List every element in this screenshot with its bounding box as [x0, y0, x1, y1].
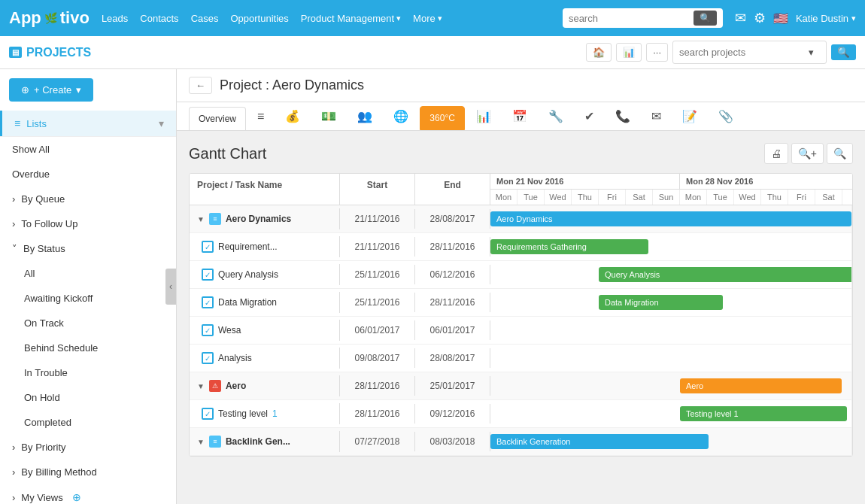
nav-links: Leads Contacts Cases Opportunities Produ… [102, 13, 442, 24]
data-migration-label: Data Migration [218, 297, 277, 308]
gantt-day-wed2: Wed [734, 190, 761, 205]
gantt-zoom-out-button[interactable]: 🔍 [827, 143, 853, 164]
sidebar-item-to-follow-up[interactable]: To Follow Up [0, 211, 176, 236]
by-priority-arrow [12, 442, 15, 453]
global-search-button[interactable]: 🔍 [694, 11, 717, 26]
gantt-end-wesa: 06/01/2017 [415, 320, 490, 340]
data-migration-checkbox[interactable]: ✓ [202, 296, 214, 308]
tab-calls[interactable]: 📞 [606, 102, 640, 130]
gantt-print-button[interactable]: 🖨 [764, 143, 788, 164]
project-search-button[interactable]: 🔍 [831, 44, 856, 60]
logo: App🌿tivo [9, 8, 90, 28]
inbox-icon[interactable]: ✉ [735, 10, 746, 26]
gantt-day-mon1: Mon [490, 190, 517, 205]
sidebar-item-by-queue[interactable]: By Queue [0, 187, 176, 211]
wesa-checkbox[interactable]: ✓ [202, 324, 214, 336]
bar-testing-level1: Testing level 1 [680, 406, 847, 421]
global-search-input[interactable] [569, 13, 689, 24]
gantt-start-testing-level1: 28/11/2016 [340, 404, 415, 424]
tab-overview[interactable]: Overview [189, 107, 246, 131]
by-queue-arrow [12, 193, 15, 205]
chart-button[interactable]: 📊 [616, 43, 642, 62]
tab-globe[interactable]: 🌐 [384, 102, 418, 130]
tab-360[interactable]: 360°C [420, 106, 465, 130]
top-nav: App🌿tivo Leads Contacts Cases Opportunit… [0, 0, 865, 36]
analysis-checkbox[interactable]: ✓ [202, 352, 214, 364]
sidebar-item-completed[interactable]: Completed [0, 410, 176, 435]
sidebar-collapse-handle[interactable]: ‹ [165, 269, 176, 305]
project-header: ← Project : Aero Dynamics [177, 69, 865, 102]
gantt-wrapper: Project / Task Name Start End Mon 21 Nov… [189, 173, 853, 457]
project-search-input[interactable] [679, 47, 800, 58]
tab-tools[interactable]: 🔧 [539, 102, 573, 130]
gantt-bar-backlink-gen: Backlink Generation [490, 428, 852, 455]
sidebar-item-in-trouble[interactable]: In Trouble [0, 360, 176, 385]
sidebar-lists-section: ≡ Lists ▾ [0, 111, 176, 137]
sidebar-item-behind-schedule[interactable]: Behind Schedule [0, 335, 176, 360]
sidebar-item-all[interactable]: All [0, 261, 176, 286]
sidebar-item-on-track[interactable]: On Track [0, 311, 176, 335]
testing-level1-checkbox[interactable]: ✓ [202, 408, 214, 420]
tab-money[interactable]: 💵 [311, 102, 346, 130]
gantt-days-row: Mon Tue Wed Thu Fri Sat Sun Mon Tue Wed … [490, 190, 852, 205]
testing-level1-link[interactable]: 1 [272, 408, 278, 419]
gantt-task-requirement: ✓ Requirement... [190, 236, 340, 257]
tab-reports[interactable]: 📊 [466, 102, 501, 130]
gantt-day-sat1: Sat [626, 190, 653, 205]
gantt-task-query-analysis: ✓ Query Analysis [190, 264, 340, 285]
gantt-row-analysis: ✓ Analysis 09/08/2017 28/08/2017 [190, 345, 852, 372]
gantt-start-requirement: 21/11/2016 [340, 237, 415, 257]
sidebar-item-on-hold[interactable]: On Hold [0, 385, 176, 410]
tab-team[interactable]: 👥 [348, 102, 382, 130]
tab-billing[interactable]: 💰 [275, 102, 310, 130]
nav-opportunities[interactable]: Opportunities [230, 13, 288, 24]
gantt-end-requirement: 28/11/2016 [415, 237, 490, 257]
project-bar: ▤ PROJECTS 🏠 📊 ··· ▾ 🔍 [0, 36, 865, 69]
gantt-bar-aero-dynamics: Aero Dynamics [490, 205, 852, 232]
gantt-container: Gantt Chart 🖨 🔍+ 🔍 Project / Task Name S… [177, 131, 865, 504]
nav-leads[interactable]: Leads [102, 13, 128, 24]
sidebar-item-by-priority[interactable]: By Priority [0, 435, 176, 460]
query-analysis-checkbox[interactable]: ✓ [202, 269, 214, 281]
back-button[interactable]: ← [189, 77, 212, 94]
requirement-checkbox[interactable]: ✓ [202, 241, 214, 253]
tab-attachments[interactable]: 📎 [709, 102, 743, 130]
connections-icon[interactable]: ⚙ [754, 10, 766, 26]
expand-aero-dynamics[interactable]: ▼ [197, 215, 205, 223]
tab-calendar[interactable]: 📅 [502, 102, 537, 130]
gantt-bar-analysis [490, 345, 852, 372]
analysis-label: Analysis [218, 353, 252, 363]
gantt-bar-query-analysis: Query Analysis [490, 261, 852, 288]
wesa-label: Wesa [218, 325, 241, 335]
gantt-day-mon2: Mon [680, 190, 707, 205]
gantt-bar-data-migration: Data Migration [490, 289, 852, 316]
dots-button[interactable]: ··· [646, 43, 668, 62]
nav-more[interactable]: More ▾ [413, 13, 442, 24]
expand-backlink-gen[interactable]: ▼ [197, 438, 205, 446]
nav-contacts[interactable]: Contacts [140, 13, 178, 24]
sidebar-item-overdue[interactable]: Overdue [0, 162, 176, 187]
tab-notes[interactable]: 📝 [672, 102, 707, 130]
sidebar-item-show-all[interactable]: Show All [0, 137, 176, 162]
tab-email[interactable]: ✉ [642, 102, 671, 130]
home-button[interactable]: 🏠 [586, 43, 612, 62]
project-search-dropdown[interactable]: ▾ [803, 44, 820, 61]
testing-level1-label: Testing level [218, 408, 268, 419]
aero-dynamics-label: Aero Dynamics [226, 214, 291, 224]
sidebar-item-lists[interactable]: ≡ Lists ▾ [0, 111, 176, 136]
gantt-zoom-in-button[interactable]: 🔍+ [791, 143, 824, 164]
sidebar-item-my-views[interactable]: My Views ⊕ [0, 484, 176, 504]
sidebar-item-awaiting-kickoff[interactable]: Awaiting Kickoff [0, 286, 176, 311]
tab-tasklist[interactable]: ≡ [247, 103, 274, 130]
sidebar-item-by-status[interactable]: By Status [0, 236, 176, 261]
gantt-week-row: Mon 21 Nov 2016 Mon 28 Nov 2016 [490, 174, 852, 190]
user-menu[interactable]: Katie Dustin ▾ [796, 13, 856, 24]
nav-cases[interactable]: Cases [191, 13, 219, 24]
sidebar-item-by-billing[interactable]: By Billing Method [0, 460, 176, 484]
expand-aero[interactable]: ▼ [197, 382, 205, 390]
my-views-add-icon[interactable]: ⊕ [72, 491, 81, 503]
gantt-day-fri2: Fri [788, 190, 815, 205]
create-button[interactable]: ⊕ + Create ▾ [9, 78, 93, 102]
nav-product-mgmt[interactable]: Product Management ▾ [301, 13, 401, 24]
tab-checklist[interactable]: ✔ [575, 102, 604, 130]
